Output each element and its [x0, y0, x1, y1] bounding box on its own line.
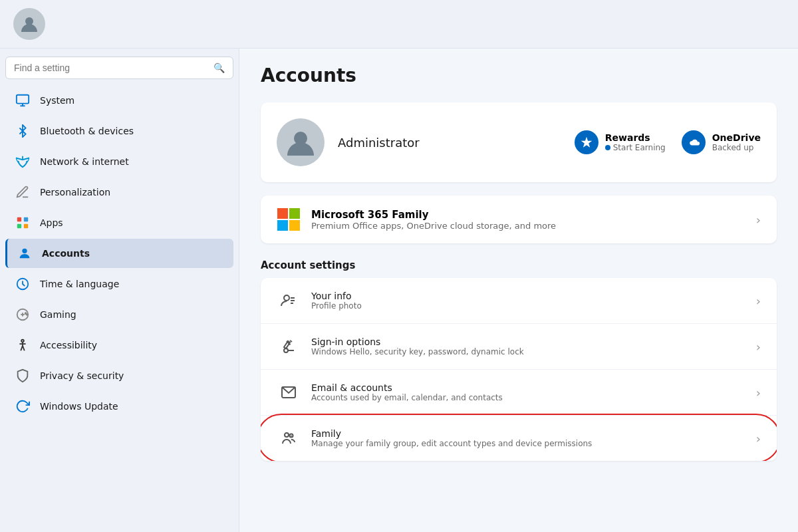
- sidebar-item-accessibility[interactable]: Accessibility: [5, 331, 233, 360]
- svg-rect-7: [24, 224, 28, 228]
- svg-rect-4: [17, 217, 21, 221]
- svg-rect-1: [17, 95, 29, 104]
- rewards-icon: [575, 130, 598, 154]
- your-info-sub: Profile photo: [311, 301, 362, 311]
- email-sub: Accounts used by email, calendar, and co…: [311, 393, 503, 402]
- network-icon: [15, 154, 31, 170]
- sign-in-chevron: ›: [756, 340, 761, 354]
- onedrive-sub: Backed up: [712, 143, 761, 152]
- user-card-extras: Rewards Start Earning: [575, 130, 761, 154]
- svg-point-31: [285, 433, 289, 437]
- family-title: Family: [311, 428, 592, 439]
- sign-in-text: Sign-in options Windows Hello, security …: [311, 336, 524, 356]
- sidebar-item-gaming[interactable]: Gaming: [5, 300, 233, 329]
- rewards-item: Rewards Start Earning: [575, 130, 666, 154]
- sidebar-item-network[interactable]: Network & internet: [5, 147, 233, 176]
- sign-in-sub: Windows Hello, security key, password, d…: [311, 347, 524, 356]
- settings-item-sign-in[interactable]: Sign-in options Windows Hello, security …: [261, 324, 777, 370]
- bluetooth-icon: [15, 123, 31, 139]
- sidebar-item-gaming-label: Gaming: [40, 309, 76, 320]
- sidebar-item-bluetooth-label: Bluetooth & devices: [40, 126, 134, 136]
- sidebar-item-accounts-label: Accounts: [42, 248, 90, 259]
- settings-list: Your info Profile photo › Sign-in option…: [261, 278, 777, 461]
- your-info-title: Your info: [311, 291, 362, 301]
- user-card: Administrator Rewards Start Earning: [261, 102, 777, 182]
- search-box[interactable]: 🔍: [5, 57, 233, 79]
- update-icon: [15, 398, 31, 414]
- settings-item-family[interactable]: Family Manage your family group, edit ac…: [261, 416, 777, 461]
- svg-rect-24: [289, 220, 300, 231]
- sidebar-item-time-label: Time & language: [40, 279, 119, 289]
- rewards-title: Rewards: [605, 132, 666, 143]
- sidebar-item-system[interactable]: System: [5, 86, 233, 115]
- ms365-chevron: ›: [756, 213, 761, 227]
- sidebar-item-update-label: Windows Update: [40, 401, 118, 412]
- sidebar-item-accessibility-label: Accessibility: [40, 340, 97, 350]
- settings-item-email[interactable]: Email & accounts Accounts used by email,…: [261, 370, 777, 416]
- svg-point-25: [284, 295, 289, 301]
- sidebar-item-system-label: System: [40, 95, 74, 106]
- personalization-icon: [15, 184, 31, 200]
- top-bar: [0, 0, 798, 49]
- svg-rect-22: [289, 208, 300, 219]
- svg-point-8: [22, 249, 27, 253]
- sidebar-item-personalization-label: Personalization: [40, 187, 110, 198]
- rewards-sub: Start Earning: [605, 143, 666, 152]
- sidebar-item-bluetooth[interactable]: Bluetooth & devices: [5, 116, 233, 146]
- sidebar-item-network-label: Network & internet: [40, 156, 129, 167]
- onedrive-icon: [682, 130, 706, 154]
- onedrive-item: OneDrive Backed up: [682, 130, 761, 154]
- ms365-text: Microsoft 365 Family Premium Office apps…: [311, 209, 556, 231]
- email-text: Email & accounts Accounts used by email,…: [311, 382, 503, 402]
- apps-icon: [15, 215, 31, 231]
- family-sub: Manage your family group, edit account t…: [311, 439, 592, 448]
- system-icon: [15, 92, 31, 108]
- sidebar-item-accounts[interactable]: Accounts: [5, 239, 233, 268]
- family-icon: [277, 426, 301, 450]
- onedrive-title: OneDrive: [712, 132, 761, 143]
- sidebar-item-privacy-label: Privacy & security: [40, 370, 124, 381]
- ms365-logo: [277, 207, 301, 231]
- family-chevron: ›: [756, 432, 761, 446]
- ms365-card[interactable]: Microsoft 365 Family Premium Office apps…: [261, 196, 777, 243]
- svg-line-19: [23, 346, 25, 350]
- sidebar: 🔍 System Bluetooth & devices Network & i…: [0, 49, 239, 532]
- sidebar-item-personalization[interactable]: Personalization: [5, 178, 233, 207]
- ms365-title: Microsoft 365 Family: [311, 209, 556, 221]
- svg-point-15: [21, 340, 24, 342]
- sidebar-item-apps[interactable]: Apps: [5, 208, 233, 237]
- your-info-chevron: ›: [756, 294, 761, 308]
- section-title: Account settings: [261, 259, 777, 271]
- email-chevron: ›: [756, 386, 761, 400]
- your-info-icon: [277, 289, 301, 313]
- main-layout: 🔍 System Bluetooth & devices Network & i…: [0, 49, 798, 532]
- svg-rect-21: [277, 208, 288, 219]
- your-info-text: Your info Profile photo: [311, 291, 362, 311]
- user-avatar: [277, 118, 325, 166]
- gaming-icon: [15, 307, 31, 323]
- avatar: [13, 8, 45, 40]
- sign-in-icon: [277, 334, 301, 358]
- rewards-dot: [605, 145, 610, 150]
- accounts-icon: [17, 245, 33, 261]
- svg-point-14: [27, 314, 28, 315]
- search-icon: 🔍: [213, 63, 225, 73]
- email-icon: [277, 380, 301, 404]
- family-text: Family Manage your family group, edit ac…: [311, 428, 592, 448]
- ms365-sub: Premium Office apps, OneDrive cloud stor…: [311, 221, 556, 231]
- svg-rect-23: [277, 220, 288, 231]
- accessibility-icon: [15, 337, 31, 353]
- sidebar-item-privacy[interactable]: Privacy & security: [5, 361, 233, 390]
- email-title: Email & accounts: [311, 382, 503, 393]
- sign-in-title: Sign-in options: [311, 336, 524, 347]
- settings-item-your-info[interactable]: Your info Profile photo ›: [261, 278, 777, 324]
- content-area: Accounts Administrator: [239, 49, 798, 532]
- search-input[interactable]: [14, 63, 208, 73]
- sidebar-item-update[interactable]: Windows Update: [5, 392, 233, 421]
- time-icon: [15, 276, 31, 292]
- sidebar-item-apps-label: Apps: [40, 217, 63, 228]
- user-name: Administrator: [338, 136, 420, 150]
- privacy-icon: [15, 368, 31, 384]
- page-title: Accounts: [261, 65, 777, 86]
- sidebar-item-time[interactable]: Time & language: [5, 269, 233, 299]
